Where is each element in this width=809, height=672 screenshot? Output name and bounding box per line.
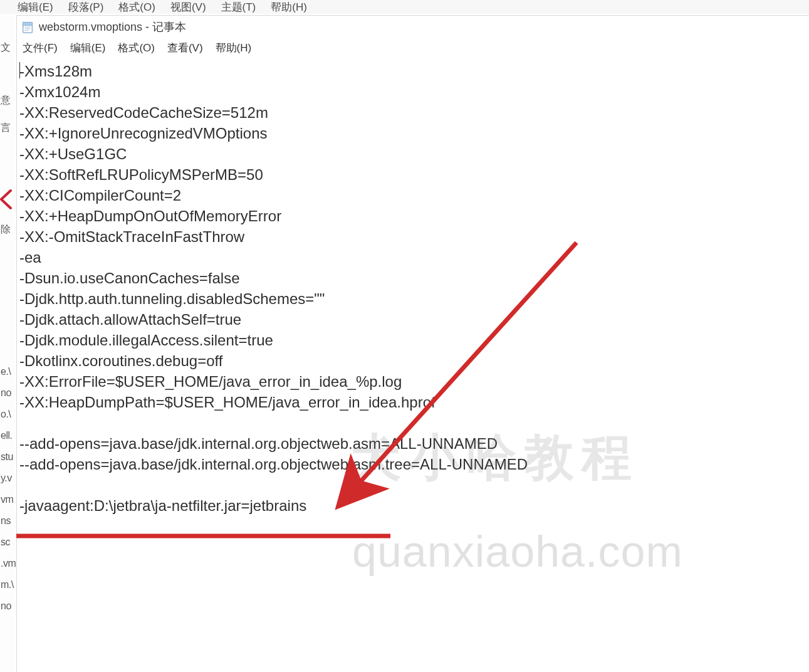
background-text-fragment: o.\ — [1, 409, 11, 420]
background-text-fragment: m.\ — [1, 579, 14, 591]
menu-edit[interactable]: 编辑(E) — [68, 40, 108, 56]
svg-point-3 — [27, 23, 28, 24]
editor-line: -XX:CICompilerCount=2 — [19, 187, 181, 204]
notepad-window: webstorm.vmoptions - 记事本 文件(F) 编辑(E) 格式(… — [16, 15, 809, 672]
background-text-fragment: vm — [1, 494, 13, 505]
background-text-fragment: stu — [1, 451, 13, 463]
menu-help[interactable]: 帮助(H) — [214, 40, 254, 56]
background-text-fragment: ns — [1, 515, 11, 527]
editor-line: -Dkotlinx.coroutines.debug=off — [19, 352, 222, 369]
menu-file[interactable]: 文件(F) — [21, 40, 60, 56]
background-text-fragment: 意 — [1, 94, 11, 107]
svg-point-2 — [25, 23, 26, 24]
editor-line: --add-opens=java.base/jdk.internal.org.o… — [19, 435, 498, 452]
background-text-fragment: 除 — [1, 223, 11, 236]
background-text-fragment: e.\ — [1, 366, 11, 377]
background-text-fragment: .vm — [1, 558, 16, 569]
window-titlebar[interactable]: webstorm.vmoptions - 记事本 — [17, 16, 809, 38]
editor-line: -XX:+IgnoreUnrecognizedVMOptions — [19, 125, 268, 142]
background-app-menubar: 编辑(E) 段落(P) 格式(O) 视图(V) 主题(T) 帮助(H) — [0, 0, 809, 14]
background-left-strip: 文意言除e.\noo.\ell.stuy.vvmnssc.vmm.\no — [0, 14, 15, 672]
editor-line: -XX:+HeapDumpOnOutOfMemoryError — [19, 207, 281, 224]
editor-line: -Djdk.http.auth.tunneling.disabledScheme… — [19, 290, 325, 307]
background-text-fragment: 文 — [1, 41, 11, 55]
window-title: webstorm.vmoptions - 记事本 — [39, 19, 186, 34]
bg-menu-item[interactable]: 视图(V) — [170, 0, 206, 14]
editor-line: -Xmx1024m — [19, 83, 100, 100]
bg-menu-item[interactable]: 帮助(H) — [271, 0, 307, 14]
bg-menu-item[interactable]: 段落(P) — [68, 0, 104, 14]
editor-line: -XX:+UseG1GC — [19, 145, 127, 162]
background-text-fragment: no — [1, 601, 11, 612]
editor-line: -XX:-OmitStackTraceInFastThrow — [19, 228, 244, 245]
editor-line: -javaagent:D:\jetbra\ja-netfilter.jar=je… — [19, 497, 306, 514]
menu-format[interactable]: 格式(O) — [116, 40, 157, 56]
notepad-menubar: 文件(F) 编辑(E) 格式(O) 查看(V) 帮助(H) — [17, 38, 809, 57]
editor-line: -XX:SoftRefLRUPolicyMSPerMB=50 — [19, 166, 263, 183]
editor-line: -Djdk.module.illegalAccess.silent=true — [19, 332, 273, 349]
background-text-fragment: 言 — [1, 122, 11, 135]
text-editor-area[interactable]: -Xms128m -Xmx1024m -XX:ReservedCodeCache… — [17, 57, 809, 516]
editor-line: -XX:ErrorFile=$USER_HOME/java_error_in_i… — [19, 373, 402, 390]
background-text-fragment: no — [1, 387, 11, 399]
editor-line: -Dsun.io.useCanonCaches=false — [19, 270, 240, 286]
bg-menu-item[interactable]: 编辑(E) — [18, 0, 53, 14]
editor-line: -XX:HeapDumpPath=$USER_HOME/java_error_i… — [19, 394, 436, 411]
background-text-fragment: sc — [1, 537, 10, 548]
editor-line: -Xms128m — [19, 63, 92, 80]
editor-line: -XX:ReservedCodeCacheSize=512m — [19, 104, 268, 121]
background-text-fragment: ell. — [1, 430, 12, 441]
menu-view[interactable]: 查看(V) — [165, 40, 205, 56]
bg-menu-item[interactable]: 主题(T) — [221, 0, 256, 14]
background-text-fragment: y.v — [1, 473, 12, 484]
notepad-icon — [21, 20, 34, 34]
svg-point-4 — [29, 23, 30, 24]
editor-line: -ea — [19, 249, 41, 266]
editor-line: --add-opens=java.base/jdk.internal.org.o… — [19, 456, 528, 473]
bg-menu-item[interactable]: 格式(O) — [118, 0, 155, 14]
editor-line: -Djdk.attach.allowAttachSelf=true — [19, 311, 241, 328]
